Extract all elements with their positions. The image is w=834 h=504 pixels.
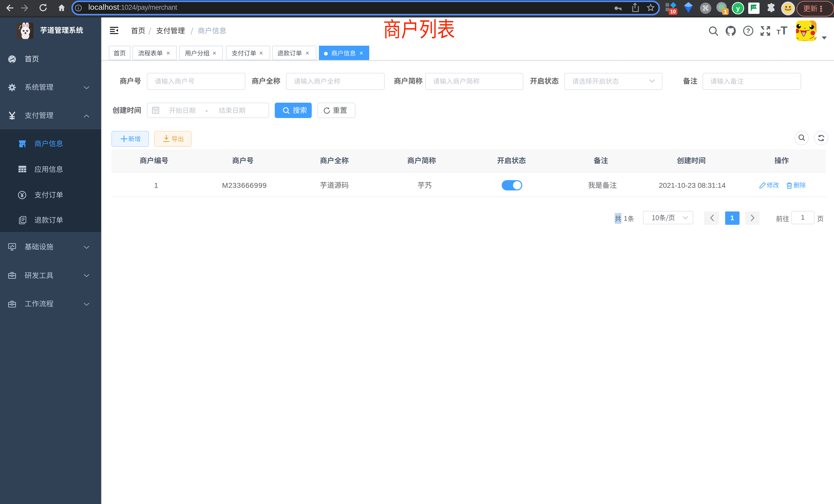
- svg-text:?: ?: [746, 27, 750, 35]
- svg-text:10: 10: [670, 9, 676, 14]
- svg-text:⌘: ⌘: [702, 4, 709, 12]
- svg-text:1: 1: [724, 8, 727, 15]
- svg-text:y: y: [736, 5, 740, 12]
